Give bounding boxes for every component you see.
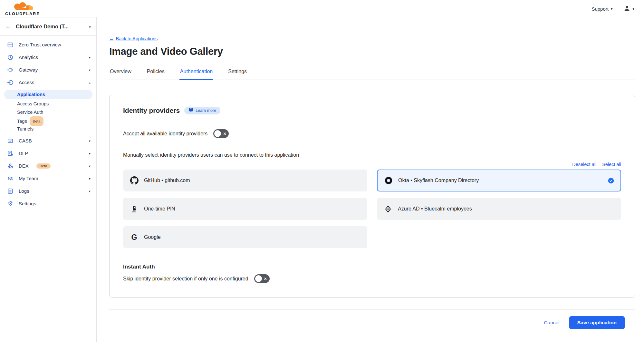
- browser-window-icon: [7, 42, 14, 48]
- beta-badge: Beta: [36, 163, 51, 169]
- chevron-down-icon[interactable]: ▾: [89, 55, 91, 59]
- one-time-pin-icon: [130, 205, 139, 213]
- sidebar: ← Cloudflare Demo (T... ▸ Zero Trust ove…: [0, 17, 97, 342]
- sidebar-item-label: Zero Trust overview: [19, 42, 61, 47]
- chevron-down-icon[interactable]: ▾: [89, 177, 91, 181]
- provider-name: Azure AD • Bluecalm employees: [398, 206, 472, 212]
- deselect-all-link[interactable]: Deselect all: [572, 162, 596, 167]
- dex-cluster-icon: [7, 163, 14, 169]
- sidebar-item-label: Tags: [17, 119, 27, 124]
- chevron-down-icon[interactable]: ▾: [89, 139, 91, 143]
- chevron-right-icon[interactable]: ▸: [89, 24, 91, 29]
- topbar: CLOUDFLARE Support ▾ ▾: [0, 0, 644, 17]
- provider-name: One-time PIN: [144, 206, 175, 212]
- sidebar-item-dex[interactable]: DEX Beta ▾: [0, 160, 96, 172]
- select-all-link[interactable]: Select all: [602, 162, 621, 167]
- instant-auth-row: Skip identity provider selection if only…: [123, 274, 621, 283]
- app-root: CLOUDFLARE Support ▾ ▾ ← C: [0, 0, 644, 342]
- sidebar-item-tunnels[interactable]: Tunnels: [0, 125, 96, 133]
- chevron-down-icon[interactable]: ▾: [89, 164, 91, 168]
- instant-auth-toggle[interactable]: ✕: [254, 274, 270, 283]
- provider-tile-okta[interactable]: Okta • Skyflash Company Directory: [377, 170, 621, 191]
- sidebar-item-label: My Team: [19, 176, 38, 181]
- chevron-down-icon[interactable]: ▾: [89, 68, 91, 72]
- sidebar-item-label: CASB: [19, 138, 32, 143]
- tab-bar: Overview Policies Authentication Setting…: [109, 68, 635, 80]
- sidebar-item-logs[interactable]: Logs ▾: [0, 185, 96, 197]
- sidebar-item-access-groups[interactable]: Access Groups: [0, 100, 96, 108]
- cancel-button[interactable]: Cancel: [544, 320, 559, 326]
- account-name[interactable]: Cloudflare Demo (T...: [16, 24, 85, 30]
- support-menu[interactable]: Support ▾: [591, 6, 612, 12]
- logs-list-icon: [7, 188, 14, 194]
- access-icon: [7, 79, 14, 86]
- back-arrow-icon: ←: [109, 36, 114, 41]
- sidebar-item-label: Access: [19, 80, 34, 85]
- toggle-knob: [214, 130, 221, 137]
- user-avatar-icon: [623, 5, 630, 13]
- main-content: ← Back to Applications Image and Video G…: [97, 17, 644, 342]
- toggle-off-x-icon: ✕: [223, 132, 226, 136]
- topbar-right: Support ▾ ▾: [591, 5, 634, 13]
- manual-select-text: Manually select identity providers users…: [123, 152, 621, 158]
- sidebar-account-header: ← Cloudflare Demo (T... ▸: [0, 17, 96, 36]
- sidebar-item-zero-trust-overview[interactable]: Zero Trust overview: [0, 38, 96, 51]
- provider-tile-one-time-pin[interactable]: One-time PIN: [123, 198, 367, 220]
- sidebar-item-label: DEX: [19, 163, 29, 169]
- chevron-down-icon[interactable]: ▾: [89, 189, 91, 193]
- provider-tile-google[interactable]: G Google: [123, 226, 367, 248]
- tab-settings[interactable]: Settings: [227, 68, 247, 80]
- sidebar-item-tags[interactable]: TagsBeta: [0, 116, 96, 125]
- book-icon: [188, 108, 193, 113]
- people-icon: [7, 175, 14, 182]
- tab-authentication[interactable]: Authentication: [179, 68, 213, 80]
- user-menu[interactable]: ▾: [623, 5, 634, 13]
- sidebar-item-label: Analytics: [19, 54, 38, 60]
- provider-tile-github[interactable]: GitHub • github.com: [123, 170, 367, 191]
- bulk-select-links: Deselect all Select all: [123, 162, 621, 167]
- chevron-down-icon[interactable]: ▾: [89, 151, 91, 155]
- toggle-knob: [255, 275, 262, 282]
- sidebar-item-settings[interactable]: ⚙ Settings: [0, 197, 96, 210]
- learn-more-badge[interactable]: Learn more: [184, 107, 220, 114]
- identity-providers-card: Identity providers Learn more Accept all…: [109, 95, 635, 298]
- sidebar-item-applications[interactable]: Applications: [4, 90, 92, 99]
- casb-icon: [7, 138, 14, 144]
- chevron-down-icon: ▾: [632, 7, 634, 11]
- sidebar-item-label: Logs: [19, 188, 29, 194]
- tab-policies[interactable]: Policies: [146, 68, 165, 80]
- chevron-up-icon[interactable]: ▴: [89, 81, 91, 84]
- sidebar-item-access[interactable]: Access ▴: [0, 76, 96, 89]
- learn-more-label: Learn more: [196, 108, 216, 113]
- gateway-icon: [7, 67, 14, 73]
- sidebar-item-label: DLP: [19, 151, 28, 156]
- back-arrow-icon[interactable]: ←: [5, 23, 11, 30]
- sidebar-item-gateway[interactable]: Gateway ▾: [0, 64, 96, 76]
- sidebar-item-label: Gateway: [19, 67, 38, 73]
- sidebar-item-service-auth[interactable]: Service Auth: [0, 108, 96, 116]
- sidebar-item-dlp[interactable]: DLP ▾: [0, 147, 96, 160]
- provider-name: GitHub • github.com: [144, 178, 190, 183]
- sidebar-item-label: Settings: [19, 201, 36, 206]
- cloudflare-logo[interactable]: CLOUDFLARE: [5, 2, 40, 16]
- sidebar-item-analytics[interactable]: Analytics ▾: [0, 51, 96, 64]
- okta-icon: [384, 176, 393, 185]
- provider-name: Google: [144, 234, 161, 240]
- provider-tile-azure-ad[interactable]: Azure AD • Bluecalm employees: [377, 198, 621, 220]
- sidebar-item-my-team[interactable]: My Team ▾: [0, 172, 96, 185]
- back-to-applications-link[interactable]: ← Back to Applications: [109, 36, 158, 41]
- footer-actions: Cancel Save application: [109, 309, 635, 329]
- accept-all-label: Accept all available identity providers: [123, 131, 207, 137]
- card-header: Identity providers Learn more: [123, 107, 621, 114]
- accept-all-toggle[interactable]: ✕: [213, 129, 229, 138]
- page-title: Image and Video Gallery: [109, 46, 635, 57]
- cloudflare-cloud-icon: [9, 2, 36, 12]
- instant-auth-heading: Instant Auth: [123, 264, 621, 270]
- document-lock-icon: [7, 150, 14, 157]
- toggle-off-x-icon: ✕: [264, 277, 267, 281]
- sidebar-item-casb[interactable]: CASB ▾: [0, 134, 96, 147]
- tab-overview[interactable]: Overview: [109, 68, 132, 80]
- selected-check-icon: [608, 178, 614, 184]
- save-application-button[interactable]: Save application: [569, 316, 625, 329]
- back-link-label: Back to Applications: [116, 36, 158, 41]
